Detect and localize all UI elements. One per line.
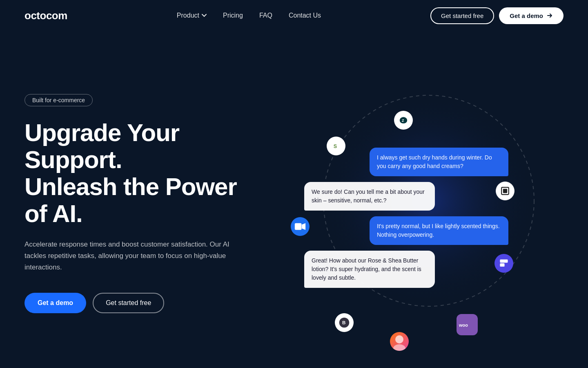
get-demo-button[interactable]: Get a demo: [499, 7, 564, 24]
chat-message-3: It's pretty normal, but I like lightly s…: [304, 216, 508, 245]
navbar: octocom Product Pricing FAQ Contact Us G…: [0, 0, 588, 31]
hero-cta-buttons: Get a demo Get started free: [24, 293, 245, 313]
hero-section: Built for e-commerce Upgrade Your Suppor…: [0, 31, 588, 368]
svg-rect-5: [295, 223, 302, 230]
bigcommerce-logo: B: [339, 317, 350, 328]
framer-icon: [494, 254, 513, 273]
svg-point-14: [395, 335, 403, 343]
nav-menu: Product Pricing FAQ Contact Us: [177, 12, 321, 19]
svg-text:S: S: [334, 144, 337, 149]
chat-message-2: We sure do! Can you tell me a bit about …: [304, 182, 508, 211]
chevron-down-icon: [202, 13, 207, 18]
svg-rect-8: [503, 189, 507, 193]
user-bubble-2: It's pretty normal, but I like lightly s…: [370, 216, 508, 245]
chat-container: I always get such dry hands during winte…: [304, 148, 508, 288]
avatar-svg: [390, 332, 409, 351]
zendesk-logo: Z: [398, 115, 409, 126]
framer-logo: [499, 258, 509, 268]
nav-faq-link[interactable]: FAQ: [259, 12, 272, 19]
nav-item-faq[interactable]: FAQ: [259, 12, 272, 19]
shopify-icon: S: [327, 137, 345, 155]
svg-point-15: [393, 344, 405, 351]
hero-demo-button[interactable]: Get a demo: [24, 293, 86, 313]
hero-description: Accelerate response times and boost cust…: [24, 239, 237, 273]
nav-contact-link[interactable]: Contact Us: [289, 12, 321, 19]
woocommerce-icon: woo: [457, 314, 478, 335]
nav-cta-buttons: Get started free Get a demo: [430, 7, 564, 24]
svg-text:woo: woo: [459, 323, 468, 328]
user-bubble-1: I always get such dry hands during winte…: [370, 148, 508, 176]
nav-item-pricing[interactable]: Pricing: [223, 12, 243, 19]
brand-logo[interactable]: octocom: [24, 9, 67, 22]
shopify-logo: S: [330, 140, 342, 152]
avatar-icon: [390, 332, 409, 351]
svg-marker-6: [302, 223, 305, 230]
chat-message-4: Great! How about our Rose & Shea Butter …: [304, 251, 508, 288]
zoom-logo: [294, 223, 306, 230]
bot-bubble-2: Great! How about our Rose & Shea Butter …: [304, 251, 435, 288]
hero-content: Built for e-commerce Upgrade Your Suppor…: [0, 31, 270, 368]
square-icon: [496, 182, 514, 200]
nav-product-link[interactable]: Product: [177, 12, 207, 19]
hero-visualization: I always get such dry hands during winte…: [270, 31, 588, 368]
arrow-right-icon: [546, 12, 553, 19]
zoom-icon: [291, 217, 310, 236]
svg-text:Z: Z: [402, 119, 404, 123]
woo-logo: woo: [459, 319, 475, 330]
nav-item-contact[interactable]: Contact Us: [289, 12, 321, 19]
hero-title: Upgrade Your Support. Unleash the Power …: [24, 119, 245, 227]
zendesk-icon: Z: [394, 111, 413, 130]
svg-rect-10: [500, 263, 504, 267]
hero-badge: Built for e-commerce: [24, 94, 93, 106]
svg-text:B: B: [342, 320, 345, 325]
hero-free-button[interactable]: Get started free: [93, 293, 164, 313]
get-started-button[interactable]: Get started free: [430, 7, 494, 24]
svg-rect-9: [500, 259, 508, 263]
square-logo: [501, 186, 510, 195]
nav-pricing-link[interactable]: Pricing: [223, 12, 243, 19]
nav-item-product[interactable]: Product: [177, 12, 207, 19]
bigcommerce-icon: B: [335, 313, 354, 332]
bot-bubble-1: We sure do! Can you tell me a bit about …: [304, 182, 435, 211]
